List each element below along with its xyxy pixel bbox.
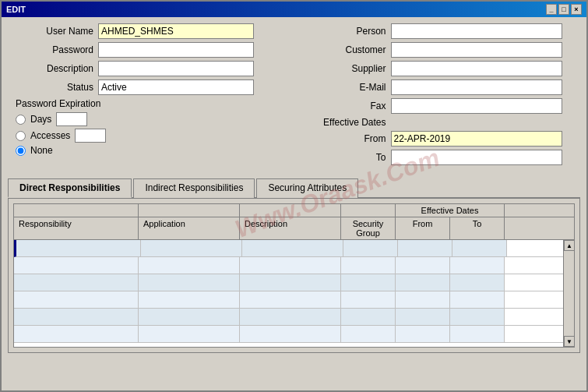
- from-input[interactable]: [391, 131, 562, 147]
- customer-row: Customer: [301, 42, 581, 58]
- from-label: From: [301, 133, 386, 144]
- description-label: Description: [8, 63, 93, 74]
- password-expiration-section: Password Expiration Days Accesses: [16, 98, 288, 156]
- days-row: Days: [16, 112, 288, 126]
- email-label: E-Mail: [301, 82, 386, 93]
- responsibility-col-header: Responsibility: [14, 217, 139, 239]
- person-input[interactable]: [391, 23, 562, 39]
- fax-input[interactable]: [391, 98, 562, 114]
- table-rows: ▲ ▼: [14, 240, 574, 347]
- customer-label: Customer: [301, 44, 386, 55]
- none-label: None: [30, 145, 53, 156]
- table-row[interactable]: [14, 240, 563, 257]
- days-label: Days: [30, 114, 51, 125]
- left-form: User Name Password Description Status: [8, 23, 288, 168]
- days-input[interactable]: [56, 112, 87, 126]
- table-header-row1: Effective Dates: [14, 204, 574, 217]
- supplier-label: Supplier: [301, 63, 386, 74]
- customer-input[interactable]: [391, 42, 562, 58]
- effective-dates-label: Effective Dates: [301, 117, 386, 128]
- tabs-area: Direct Responsibilities Indirect Respons…: [8, 178, 580, 353]
- responsibility-table: Effective Dates Responsibility Applicati…: [13, 203, 575, 348]
- table-row[interactable]: [14, 274, 563, 291]
- pw-expiration-label: Password Expiration: [16, 98, 288, 109]
- email-input[interactable]: [391, 79, 562, 95]
- status-input[interactable]: [98, 79, 254, 95]
- user-name-label: User Name: [8, 26, 93, 37]
- vertical-scrollbar[interactable]: ▲ ▼: [563, 240, 574, 347]
- table-row[interactable]: [14, 309, 563, 326]
- description-row: Description: [8, 61, 288, 76]
- to-row: To: [301, 150, 581, 165]
- table-row[interactable]: [14, 326, 563, 343]
- content-area: User Name Password Description Status: [2, 17, 586, 390]
- to-col-header: To: [450, 217, 505, 239]
- from-row: From: [301, 131, 581, 147]
- tab-content: Effective Dates Responsibility Applicati…: [8, 199, 580, 353]
- accesses-row: Accesses: [16, 129, 288, 143]
- application-col-header: Application: [139, 217, 240, 239]
- effective-dates-section: Effective Dates From To: [301, 117, 581, 165]
- table-row[interactable]: [14, 291, 563, 309]
- effective-dates-col-header: Effective Dates: [396, 204, 505, 217]
- title-bar-buttons: _ □ ×: [546, 4, 582, 15]
- password-input[interactable]: [98, 42, 254, 58]
- tab-securing-attributes[interactable]: Securing Attributes: [256, 178, 358, 198]
- close-button[interactable]: ×: [571, 4, 582, 15]
- description-col-header: Description: [240, 217, 341, 239]
- fax-row: Fax: [301, 98, 581, 114]
- maximize-button[interactable]: □: [558, 4, 569, 15]
- status-label: Status: [8, 82, 93, 93]
- none-radio[interactable]: [16, 146, 26, 156]
- description-input[interactable]: [98, 61, 254, 76]
- days-radio[interactable]: [16, 115, 26, 125]
- from-col-header: From: [396, 217, 450, 239]
- right-form: Person Customer Supplier E-Mail: [301, 23, 581, 168]
- title-bar: EDIT _ □ ×: [2, 2, 586, 17]
- scroll-up-button[interactable]: ▲: [564, 240, 574, 251]
- user-name-input[interactable]: [98, 23, 254, 39]
- tab-direct-responsibilities[interactable]: Direct Responsibilities: [8, 178, 132, 198]
- to-label: To: [301, 152, 386, 163]
- accesses-label: Accesses: [30, 130, 70, 141]
- table-row[interactable]: [14, 257, 563, 274]
- table-header-row2: Responsibility Application Description S…: [14, 217, 574, 240]
- to-input[interactable]: [391, 150, 562, 165]
- person-label: Person: [301, 26, 386, 37]
- accesses-radio[interactable]: [16, 131, 26, 141]
- form-area: User Name Password Description Status: [8, 23, 580, 168]
- main-window: EDIT _ □ × User Name Password: [0, 0, 588, 392]
- security-group-col-header: Security Group: [341, 217, 396, 239]
- supplier-row: Supplier: [301, 61, 581, 76]
- user-name-row: User Name: [8, 23, 288, 39]
- status-row: Status: [8, 79, 288, 95]
- accesses-input[interactable]: [75, 129, 106, 143]
- tabs: Direct Responsibilities Indirect Respons…: [8, 178, 580, 199]
- person-row: Person: [301, 23, 581, 39]
- minimize-button[interactable]: _: [546, 4, 557, 15]
- password-row: Password: [8, 42, 288, 58]
- supplier-input[interactable]: [391, 61, 562, 76]
- fax-label: Fax: [301, 101, 386, 111]
- none-row: None: [16, 145, 288, 156]
- tab-indirect-responsibilities[interactable]: Indirect Responsibilities: [133, 178, 255, 198]
- password-label: Password: [8, 44, 93, 55]
- email-row: E-Mail: [301, 79, 581, 95]
- window-title: EDIT: [6, 5, 26, 14]
- scroll-down-button[interactable]: ▼: [564, 336, 574, 347]
